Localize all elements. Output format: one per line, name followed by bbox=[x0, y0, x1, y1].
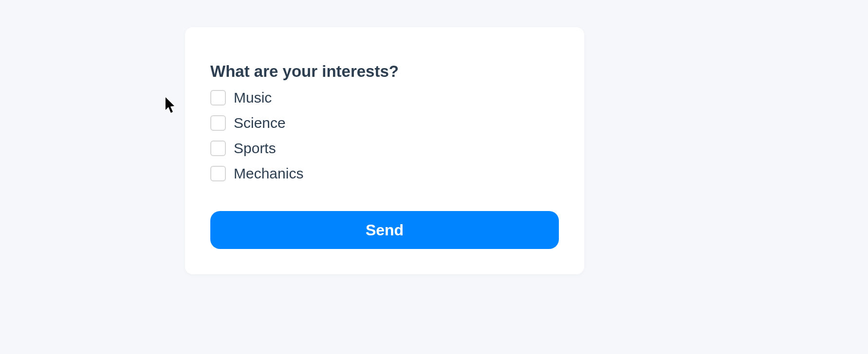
option-music[interactable]: Music bbox=[210, 89, 559, 106]
checkbox-mechanics[interactable] bbox=[210, 166, 226, 181]
option-label[interactable]: Sports bbox=[234, 140, 276, 157]
send-button[interactable]: Send bbox=[210, 211, 559, 249]
option-mechanics[interactable]: Mechanics bbox=[210, 165, 559, 182]
interests-form-card: What are your interests? Music Science S… bbox=[185, 27, 584, 274]
option-label[interactable]: Science bbox=[234, 115, 286, 131]
checkbox-music[interactable] bbox=[210, 90, 226, 106]
checkbox-science[interactable] bbox=[210, 115, 226, 131]
question-title: What are your interests? bbox=[210, 62, 559, 81]
option-science[interactable]: Science bbox=[210, 115, 559, 131]
option-sports[interactable]: Sports bbox=[210, 140, 559, 157]
option-label[interactable]: Mechanics bbox=[234, 165, 303, 182]
cursor-icon bbox=[166, 97, 177, 115]
checkbox-sports[interactable] bbox=[210, 141, 226, 156]
options-list: Music Science Sports Mechanics bbox=[210, 89, 559, 182]
option-label[interactable]: Music bbox=[234, 89, 272, 106]
